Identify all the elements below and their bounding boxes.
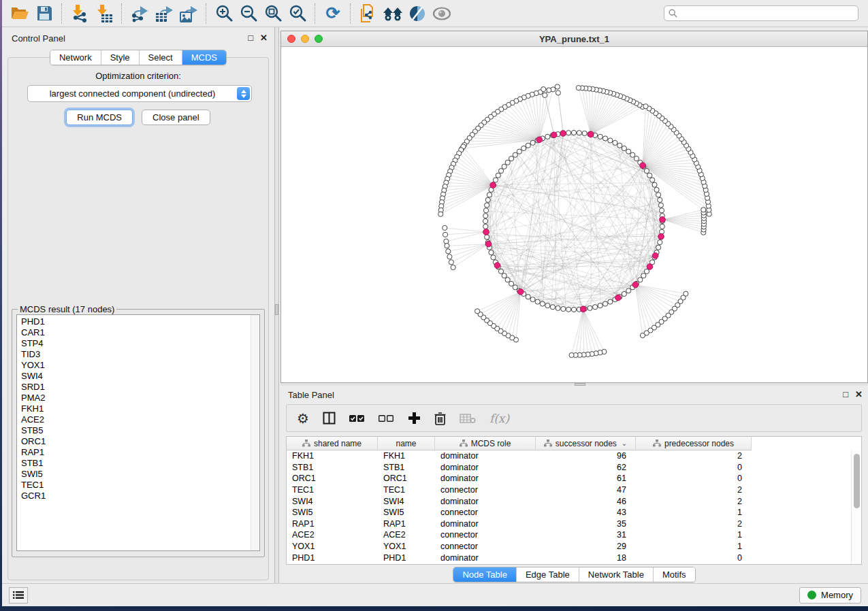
select-all-rows-icon[interactable] (349, 410, 365, 427)
table-cell: YOX1 (287, 542, 378, 551)
close-panel-icon[interactable]: ✕ (855, 389, 863, 399)
float-panel-icon[interactable]: □ (248, 33, 253, 43)
close-window-icon[interactable] (287, 35, 295, 43)
list-item[interactable]: STP4 (21, 338, 259, 349)
table-scrollbar[interactable] (851, 450, 861, 564)
list-item[interactable]: ACE2 (21, 414, 259, 425)
list-item[interactable]: STB1 (21, 458, 259, 469)
zoom-fit-icon[interactable] (261, 3, 285, 24)
table-row[interactable]: YOX1YOX1connector291 (287, 541, 861, 552)
table-row[interactable]: STB1STB1dominator620 (287, 462, 861, 474)
function-builder-icon[interactable]: f(x) (489, 410, 509, 427)
search-network-icon[interactable] (381, 3, 405, 24)
column-header[interactable]: successor nodes⌄ (536, 437, 636, 450)
save-session-icon[interactable] (32, 3, 57, 24)
splitter-handle[interactable] (275, 304, 278, 315)
table-row[interactable]: RAP1RAP1dominator352 (287, 518, 861, 530)
table-cell: 0 (636, 553, 752, 563)
float-panel-icon[interactable]: □ (843, 389, 848, 399)
table-row[interactable]: TEC1TEC1connector472 (287, 484, 861, 496)
zoom-out-icon[interactable] (236, 3, 261, 24)
search-box[interactable] (664, 5, 858, 21)
list-scrollbar[interactable] (251, 315, 259, 550)
mcds-result-list[interactable]: PHD1CAR1STP4TID3YOX1SWI4SRD1PMA2FKH1ACE2… (16, 314, 260, 551)
table-row[interactable]: SWI5SWI5connector431 (287, 507, 861, 518)
list-item[interactable]: PMA2 (21, 393, 259, 403)
tab-motifs[interactable]: Motifs (654, 567, 695, 582)
column-header[interactable]: shared name (287, 437, 378, 450)
optimization-criterion-dropdown[interactable]: largest connected component (undirected) (27, 85, 252, 102)
list-item[interactable]: STB5 (21, 425, 259, 436)
column-header[interactable]: name (378, 437, 435, 450)
list-item[interactable]: GCR1 (21, 491, 259, 501)
list-item[interactable]: TID3 (21, 349, 259, 360)
list-item[interactable]: TEC1 (21, 480, 259, 491)
zoom-selected-icon[interactable] (285, 3, 310, 24)
application-window: ⟳ Control Panel □ ✕ Network Style (2, 0, 868, 606)
delete-table-icon[interactable] (460, 410, 476, 427)
tab-style[interactable]: Style (101, 50, 140, 65)
open-file-icon[interactable] (7, 3, 32, 24)
list-item[interactable]: CAR1 (21, 327, 259, 338)
table-cell: ORC1 (378, 474, 435, 483)
delete-columns-icon[interactable] (434, 410, 446, 427)
export-image-icon[interactable] (176, 3, 201, 24)
table-body: FKH1FKH1dominator962STB1STB1dominator620… (287, 450, 861, 563)
add-column-icon[interactable] (408, 410, 421, 427)
list-item[interactable]: PHD1 (21, 316, 259, 327)
network-graph[interactable] (281, 47, 867, 383)
list-icon (13, 591, 24, 599)
run-mcds-button[interactable]: Run MCDS (66, 110, 133, 125)
list-item[interactable]: FKH1 (21, 403, 259, 414)
table-cell: TEC1 (287, 485, 378, 495)
hide-graphics-details-icon[interactable] (405, 3, 430, 24)
export-network-icon[interactable] (127, 3, 152, 24)
tab-node-table[interactable]: Node Table (453, 567, 517, 582)
tab-select[interactable]: Select (140, 50, 182, 65)
table-row[interactable]: FKH1FKH1dominator962 (287, 450, 861, 462)
close-panel-icon[interactable]: ✕ (260, 33, 268, 43)
show-log-button[interactable] (9, 587, 28, 604)
table-row[interactable]: SWI4SWI4dominator462 (287, 495, 861, 507)
import-network-icon[interactable] (67, 3, 92, 24)
main-toolbar: ⟳ (2, 0, 868, 27)
list-item[interactable]: SWI5 (21, 469, 259, 480)
list-item[interactable]: SRD1 (21, 382, 259, 393)
export-table-icon[interactable] (152, 3, 176, 24)
memory-status-icon (807, 591, 816, 599)
table-row[interactable]: ORC1ORC1dominator610 (287, 473, 861, 484)
tab-mcds[interactable]: MCDS (182, 50, 226, 65)
search-input[interactable] (680, 8, 858, 19)
table-row[interactable]: PHD1PHD1dominator180 (287, 552, 861, 563)
tab-edge-table[interactable]: Edge Table (517, 567, 579, 582)
scrollbar-thumb[interactable] (854, 454, 860, 508)
list-item[interactable]: ORC1 (21, 436, 259, 447)
tab-network-table[interactable]: Network Table (579, 567, 654, 582)
toggle-column-panel-icon[interactable] (323, 410, 336, 427)
list-item[interactable]: SWI4 (21, 371, 259, 382)
close-panel-button[interactable]: Close panel (142, 110, 210, 125)
table-cell: 18 (536, 553, 636, 563)
network-window-titlebar[interactable]: YPA_prune.txt_1 (281, 31, 867, 47)
table-cell: RAP1 (287, 519, 378, 529)
memory-button[interactable]: Memory (799, 587, 861, 604)
maximize-window-icon[interactable] (315, 35, 323, 43)
list-item[interactable]: YOX1 (21, 360, 259, 371)
table-row[interactable]: ACE2ACE2connector311 (287, 529, 861, 541)
clone-network-icon[interactable] (356, 3, 381, 24)
table-cell: PHD1 (378, 553, 435, 563)
column-header[interactable]: MCDS role (435, 437, 536, 450)
column-header[interactable]: predecessor nodes (636, 437, 752, 450)
vertical-splitter[interactable] (274, 27, 279, 584)
minimize-window-icon[interactable] (301, 35, 309, 43)
attribute-gear-icon[interactable]: ⚙ (297, 410, 309, 427)
refresh-icon[interactable]: ⟳ (321, 3, 345, 24)
zoom-in-icon[interactable] (212, 3, 236, 24)
deselect-all-rows-icon[interactable] (379, 410, 394, 427)
network-canvas[interactable] (281, 47, 867, 383)
import-table-icon[interactable] (92, 3, 116, 24)
list-item[interactable]: RAP1 (21, 447, 259, 458)
table-cell: 2 (636, 519, 752, 529)
show-graphics-details-icon[interactable] (430, 3, 454, 24)
tab-network[interactable]: Network (50, 50, 101, 65)
